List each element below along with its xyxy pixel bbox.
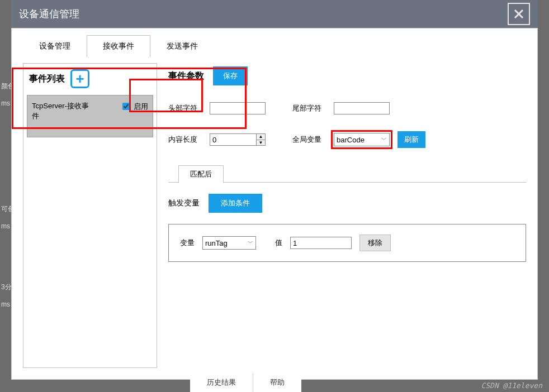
chevron-down-icon: ﹀ (248, 239, 253, 247)
bottom-tab-help[interactable]: 帮助 (253, 373, 301, 392)
condition-row: 变量 runTag ﹀ 值 移除 (168, 224, 526, 262)
cond-value-input[interactable] (290, 237, 352, 249)
chevron-down-icon: ﹀ (381, 136, 387, 144)
enable-label: 启用 (134, 102, 148, 112)
match-section: 匹配后 触发变量 添加条件 变量 runTag ﹀ 值 移除 (168, 165, 526, 262)
content-len-label: 内容长度 (168, 135, 202, 145)
plus-icon: + (75, 71, 84, 86)
global-var-value: barCode (337, 136, 365, 144)
params-title: 事件参数 (168, 70, 204, 82)
global-var-label: 全局变量 (292, 135, 326, 145)
match-tab[interactable]: 匹配后 (178, 165, 224, 183)
event-list-panel: 事件列表 + TcpServer-接收事件 启用 (23, 63, 157, 368)
event-item[interactable]: TcpServer-接收事件 启用 (27, 95, 153, 137)
trigger-var-label: 触发变量 (168, 198, 200, 208)
bg-text: ms (0, 297, 11, 312)
remove-condition-button[interactable]: 移除 (359, 235, 391, 251)
bottom-tab-history[interactable]: 历史结果 (190, 373, 253, 392)
dialog-body: 设备管理 接收事件 发送事件 事件列表 + TcpServer-接收事件 启用 (11, 28, 538, 380)
enable-checkbox-wrap[interactable]: 启用 (120, 101, 148, 112)
bottom-tabs: 历史结果 帮助 (190, 372, 301, 392)
event-list-title: 事件列表 (29, 73, 65, 85)
tabs: 设备管理 接收事件 发送事件 (23, 35, 537, 58)
head-char-label: 头部字符 (168, 103, 202, 113)
bg-text: ms (0, 219, 11, 233)
tab-device-manage[interactable]: 设备管理 (23, 35, 87, 58)
params-panel: 事件参数 保存 头部字符 尾部字符 内容长度 ▲ ▼ (168, 63, 526, 368)
save-button[interactable]: 保存 (213, 66, 248, 85)
cond-value-label: 值 (275, 238, 282, 248)
add-event-button[interactable]: + (70, 69, 89, 88)
enable-checkbox[interactable] (122, 103, 130, 110)
watermark: CSDN @11eleven (481, 381, 542, 390)
close-button[interactable] (508, 3, 530, 25)
tab-receive-event[interactable]: 接收事件 (87, 35, 150, 58)
bg-text: ms (0, 96, 11, 111)
spinner-up[interactable]: ▲ (256, 134, 265, 140)
cond-var-value: runTag (205, 239, 228, 247)
spinner-down[interactable]: ▼ (256, 140, 265, 146)
refresh-button[interactable]: 刷新 (397, 131, 425, 148)
close-icon (513, 8, 524, 20)
titlebar: 设备通信管理 (11, 0, 538, 28)
cond-var-select[interactable]: runTag ﹀ (202, 236, 256, 250)
global-var-select[interactable]: barCode ﹀ (334, 133, 390, 146)
tab-send-event[interactable]: 发送事件 (150, 35, 214, 58)
head-char-input[interactable] (210, 102, 266, 114)
add-condition-button[interactable]: 添加条件 (209, 194, 262, 213)
tail-char-label: 尾部字符 (292, 103, 326, 113)
event-item-name: TcpServer-接收事件 (32, 101, 93, 121)
cond-var-label: 变量 (180, 238, 195, 248)
tail-char-input[interactable] (334, 102, 390, 114)
window-title: 设备通信管理 (19, 7, 79, 21)
